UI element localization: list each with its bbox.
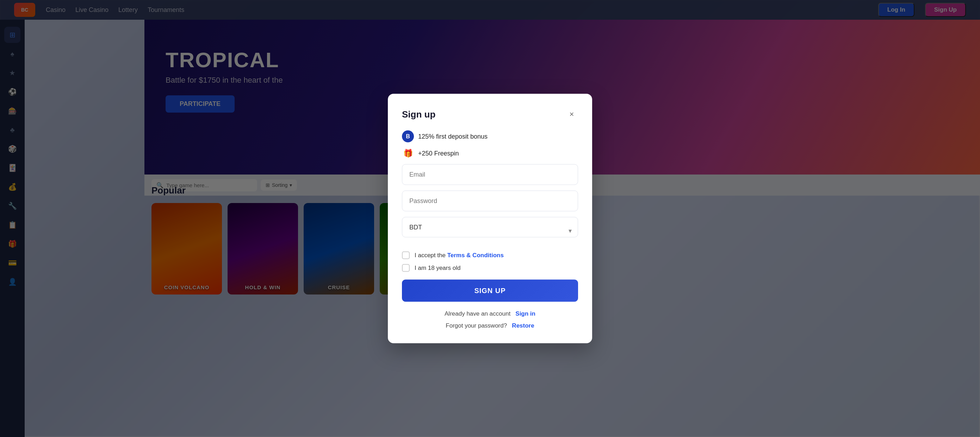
email-field[interactable] [402,164,578,185]
promo-row-bonus: B 125% first deposit bonus [402,131,578,142]
close-button[interactable]: × [565,108,578,121]
terms-link[interactable]: Terms & Conditions [447,252,504,259]
modal-header: Sign up × [402,108,578,121]
forgot-password-row: Forgot your password? Restore [402,322,578,329]
forgot-password-text: Forgot your password? [445,322,507,329]
freespin-text: +250 Freespin [418,150,459,157]
currency-wrapper: BDT USD EUR GBP BTC ▾ [402,217,578,245]
terms-checkbox-row: I accept the Terms & Conditions [402,252,578,259]
password-field[interactable] [402,191,578,211]
signup-submit-button[interactable]: SIGN UP [402,280,578,302]
already-account-text: Already have an account [445,310,511,317]
age-checkbox[interactable] [402,264,410,272]
gift-icon: 🎁 [402,147,414,159]
signup-modal: Sign up × B 125% first deposit bonus 🎁 +… [388,94,592,344]
age-label: I am 18 years old [415,264,460,272]
terms-label: I accept the Terms & Conditions [415,252,504,259]
terms-checkbox[interactable] [402,252,410,259]
bonus-text: 125% first deposit bonus [418,133,488,140]
sign-in-link[interactable]: Sign in [515,310,535,317]
restore-link[interactable]: Restore [512,322,534,329]
currency-select[interactable]: BDT USD EUR GBP BTC [402,217,578,238]
age-checkbox-row: I am 18 years old [402,264,578,272]
modal-title: Sign up [402,109,435,120]
already-account-row: Already have an account Sign in [402,310,578,317]
bonus-icon: B [402,131,414,142]
promo-row-freespin: 🎁 +250 Freespin [402,147,578,159]
